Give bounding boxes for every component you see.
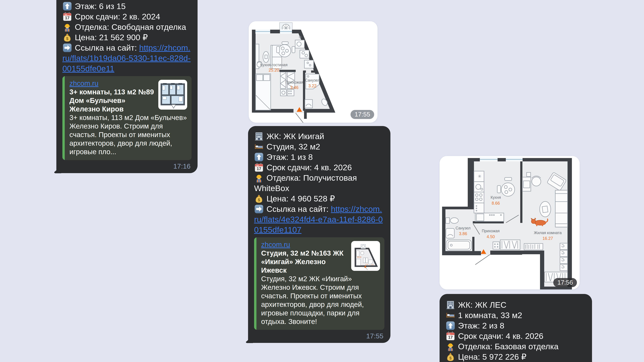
- up-arrow-icon: [254, 152, 264, 162]
- line-text: Отделка: Свободная отделка: [75, 22, 186, 31]
- telegram-chat-canvas: { "app": {"background_color": "#e2e5f1"}…: [0, 0, 644, 362]
- property-line-price: Цена: 21 562 900 ₽: [62, 32, 192, 42]
- floorplan-photo-studio[interactable]: ✳ Кухня-гостиная 25.20 Прихожая 3.46 Сан…: [249, 21, 378, 123]
- preview-description: 3+ комнаты, 113 м2 Дом «Булычев» Железно…: [70, 113, 187, 156]
- message-bubble-flat-163: ЖК: ЖК Икигай Студия, 32 м2 Этаж: 1 из 8…: [248, 126, 390, 343]
- bed-icon: [446, 310, 455, 320]
- line-text: Срок сдачи: 4 кв. 2026: [266, 163, 352, 172]
- property-line-deadline: Срок сдачи: 4 кв. 2026: [254, 162, 384, 173]
- room-label: Кухня-гостиная: [260, 63, 288, 67]
- message-bubble-flat-89: Этаж: 6 из 15 Срок сдачи: 2 кв. 2024 Отд…: [56, 0, 198, 173]
- property-line-rooms: 1 комната, 33 м2: [446, 310, 586, 321]
- property-line-deadline: Срок сдачи: 4 кв. 2026: [446, 331, 586, 341]
- timestamp: 17:16: [173, 162, 190, 170]
- preview-site-link[interactable]: zhcom.ru: [261, 240, 290, 249]
- thumbnail-plan-drawing: 25.20 3.46 3.22: [351, 241, 380, 271]
- calendar-icon: [446, 331, 455, 341]
- right-arrow-icon: [62, 43, 72, 53]
- room-area: 25.20: [269, 68, 279, 72]
- property-line-rooms: Студия, 32 м2: [254, 141, 384, 152]
- property-line-finish: Отделка: Получистовая WhiteBox: [254, 173, 384, 193]
- svg-text:✳: ✳: [478, 174, 482, 179]
- photo-timestamp-badge: 17:55: [350, 110, 374, 119]
- worker-icon: [62, 22, 72, 32]
- line-text: 1 комната, 33 м2: [458, 311, 522, 320]
- right-arrow-icon: [254, 204, 264, 214]
- worker-icon: [254, 173, 264, 183]
- one-room-floorplan-drawing: ✳ Кухня 8.66 Санузел 3.86 Прихожая 4.50 …: [440, 156, 580, 290]
- line-text: ЖК: ЖК ЛЕС: [458, 300, 506, 309]
- up-arrow-icon: [62, 1, 72, 11]
- svg-text:✳: ✳: [298, 35, 302, 40]
- money-bag-icon: [446, 352, 455, 362]
- property-line-complex: ЖК: ЖК ЛЕС: [446, 300, 586, 310]
- line-text: Отделка: Базовая отделка: [458, 342, 558, 351]
- building-icon: [446, 300, 455, 310]
- room-area: 3.46: [290, 85, 298, 90]
- gray-floorplan-thumbnail: 25.20 3.46 3.22: [351, 241, 380, 271]
- svg-text:3.46: 3.46: [365, 264, 368, 265]
- property-line-finish: Отделка: Свободная отделка: [62, 22, 192, 32]
- property-line-finish: Отделка: Базовая отделка: [446, 341, 586, 352]
- calendar-icon: [62, 12, 72, 21]
- property-line-complex: ЖК: ЖК Икигай: [254, 131, 384, 141]
- room-label: Прихожая: [286, 80, 304, 84]
- line-text: Цена: 5 972 226 ₽: [458, 352, 526, 361]
- photo-timestamp-badge: 17:56: [553, 278, 577, 287]
- room-area: 3.22: [308, 83, 317, 88]
- worker-icon: [446, 342, 455, 351]
- preview-site-link[interactable]: zhcom.ru: [70, 79, 98, 88]
- line-text: Студия, 32 м2: [266, 142, 320, 151]
- line-text: Этаж: 2 из 8: [458, 321, 504, 330]
- room-label: Санузел: [456, 226, 470, 230]
- line-text: Ссылка на сайт:: [75, 43, 139, 52]
- room-area: 16.27: [542, 236, 553, 241]
- svg-text:25.20: 25.20: [357, 256, 361, 258]
- line-text: ЖК: ЖК Икигай: [266, 132, 324, 141]
- up-arrow-icon: [446, 321, 455, 331]
- line-text: Этаж: 6 из 15: [75, 2, 126, 11]
- line-text: Срок сдачи: 4 кв. 2026: [458, 332, 544, 341]
- property-line-price: Цена: 5 972 226 ₽: [446, 352, 586, 362]
- property-line-link: Ссылка на сайт: https://zhcom.ru/flats/4…: [254, 204, 384, 235]
- line-text: Этаж: 1 из 8: [266, 152, 313, 162]
- property-line-link: Ссылка на сайт: https://zhcom.ru/flats/1…: [62, 42, 192, 74]
- calendar-icon: [254, 163, 264, 172]
- line-text: Срок сдачи: 2 кв. 2024: [75, 12, 160, 21]
- thumbnail-plan-drawing: [158, 80, 187, 110]
- preview-description: Студия, 32 м2 ЖК «Икигай» Железно Ижевск…: [261, 275, 380, 326]
- line-text: Цена: 21 562 900 ₽: [75, 33, 148, 42]
- room-label: Кухня: [490, 195, 501, 200]
- money-bag-icon: [254, 194, 264, 203]
- line-text: Отделка: Получистовая WhiteBox: [254, 173, 357, 193]
- svg-text:3.22: 3.22: [371, 264, 374, 266]
- bubble-tail: [246, 335, 253, 343]
- studio-floorplan-drawing: ✳ Кухня-гостиная 25.20 Прихожая 3.46 Сан…: [249, 21, 378, 123]
- room-area: 8.66: [492, 201, 500, 205]
- blue-floorplan-thumbnail: [158, 80, 187, 110]
- building-icon: [254, 131, 264, 141]
- room-label: Жилая комната: [534, 231, 562, 235]
- property-line-floor: Этаж: 6 из 15: [62, 1, 192, 11]
- room-label: Прихожая: [482, 229, 500, 233]
- property-line-price: Цена: 4 960 528 ₽: [254, 193, 384, 204]
- room-area: 4.50: [487, 234, 495, 239]
- line-text: Ссылка на сайт:: [266, 204, 331, 214]
- link-preview-card[interactable]: zhcom.ru 3+ комнаты, 113 м2 №89 Дом «Бул…: [62, 76, 192, 160]
- bubble-tail: [54, 165, 61, 173]
- property-line-floor: Этаж: 1 из 8: [254, 152, 384, 162]
- floorplan-photo-one-room[interactable]: ✳ Кухня 8.66 Санузел 3.86 Прихожая 4.50 …: [440, 156, 580, 290]
- property-line-floor: Этаж: 2 из 8: [446, 321, 586, 331]
- bed-icon: [254, 142, 264, 151]
- line-text: Цена: 4 960 528 ₽: [266, 194, 335, 203]
- room-label: Санузел: [305, 78, 320, 82]
- timestamp: 17:55: [366, 332, 384, 340]
- message-bubble-flat-les: ЖК: ЖК ЛЕС 1 комната, 33 м2 Этаж: 2 из 8…: [440, 294, 592, 362]
- room-area: 3.86: [459, 231, 467, 236]
- money-bag-icon: [62, 32, 72, 42]
- property-line-deadline: Срок сдачи: 2 кв. 2024: [62, 11, 192, 22]
- link-preview-card[interactable]: 25.20 3.46 3.22 zhcom.ru Студия, 32 м2 №…: [254, 237, 384, 330]
